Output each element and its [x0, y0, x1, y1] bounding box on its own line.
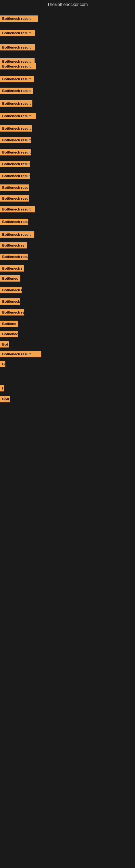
- bottleneck-result-item: Bottleneck: [0, 299, 20, 305]
- bottleneck-result-item: Bottleneck result: [0, 195, 29, 202]
- bottleneck-result-item: Bottleneck result: [0, 231, 34, 238]
- bottleneck-result-item: Bottleneck r: [0, 265, 24, 272]
- bottleneck-result-item: Bottleneck result: [0, 100, 32, 106]
- bottleneck-result-item: Bottleneck result: [0, 63, 36, 69]
- bottleneck-result-item: Bottleneck result: [0, 219, 28, 225]
- bottleneck-result-item: Bottleneck result: [0, 184, 29, 191]
- bottleneck-result-item: Bottleneck result: [0, 76, 34, 82]
- bottleneck-result-item: Bottlens: [0, 321, 18, 327]
- bottleneck-result-item: Bottleneck result: [0, 206, 35, 212]
- bottleneck-result-item: Bottleneck re: [0, 242, 27, 248]
- bottleneck-result-item: Bottlenec: [0, 275, 20, 282]
- bottleneck-result-item: Bottleneck result: [0, 113, 36, 119]
- bottleneck-result-item: Bottleneck result: [0, 351, 41, 357]
- bottleneck-result-item: Bottleneck result: [0, 173, 30, 179]
- bottleneck-result-item: Bottleneck result: [0, 88, 33, 94]
- bottleneck-result-item: Bottleneck result: [0, 125, 32, 131]
- bottleneck-result-item: Bottleneck result: [0, 16, 38, 22]
- site-title: TheBottlenecker.com: [0, 0, 135, 9]
- bottleneck-result-item: B: [0, 361, 5, 367]
- bottleneck-result-item: Bottleneck result: [0, 161, 30, 167]
- bottleneck-result-item: Bottleneck r: [0, 287, 21, 293]
- bottleneck-result-item: Bottleneck result: [0, 137, 31, 143]
- bottleneck-result-item: I: [0, 385, 4, 392]
- bottleneck-result-item: Bott: [0, 396, 10, 402]
- bottleneck-result-item: Bottleneck res: [0, 309, 24, 315]
- bottleneck-result-item: Bottleneck: [0, 331, 18, 337]
- bottleneck-result-item: Bottleneck result: [0, 44, 35, 51]
- bottleneck-result-item: Bottleneck result: [0, 30, 35, 36]
- bottleneck-result-item: Bottleneck result: [0, 149, 31, 155]
- bottleneck-result-item: Bot: [0, 341, 9, 347]
- bottleneck-result-item: Bottleneck result: [0, 254, 28, 260]
